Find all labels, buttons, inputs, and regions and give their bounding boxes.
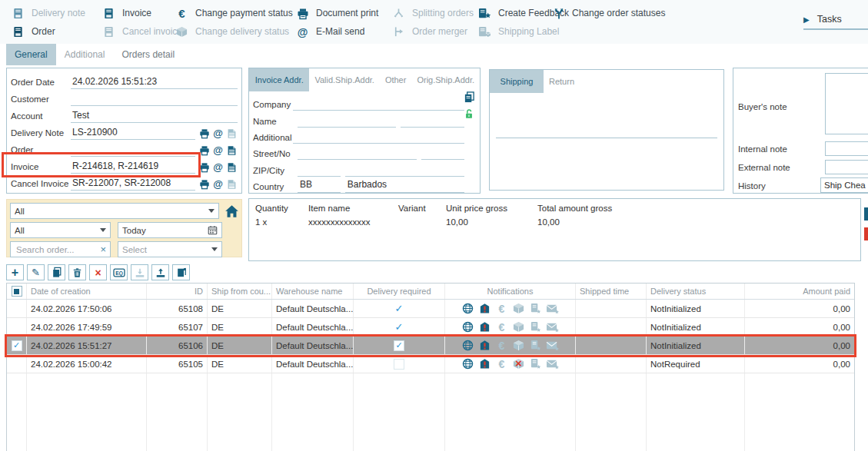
document-star-icon[interactable]	[529, 303, 542, 315]
type-filter-select[interactable]: All	[10, 222, 111, 238]
copy-button[interactable]	[48, 264, 65, 280]
document-star-icon[interactable]	[529, 358, 542, 370]
order-number-doc-icon[interactable]	[226, 144, 238, 156]
order-date-value[interactable]: 24.02.2026 15:51:23	[71, 76, 238, 89]
document-print-button[interactable]: Document print	[296, 5, 378, 22]
clear-search-icon[interactable]: ×	[100, 244, 106, 254]
globe-icon[interactable]	[461, 321, 474, 333]
print-delivery-note-icon[interactable]	[198, 128, 210, 139]
header-delivery-required[interactable]: Delivery required	[354, 284, 445, 299]
company-input[interactable]	[293, 97, 464, 111]
tab-other[interactable]: Other	[380, 68, 412, 91]
euro-notification-icon[interactable]: €	[495, 303, 508, 315]
delivery-required-checkbox-checked[interactable]: ✓	[394, 340, 404, 351]
row-select-cell[interactable]: ✓	[7, 337, 27, 354]
order-button[interactable]: Order	[12, 24, 85, 40]
email-cancel-invoice-icon[interactable]: @	[212, 178, 224, 190]
shop-alert-icon[interactable]	[478, 358, 491, 370]
last-name-input[interactable]	[401, 114, 464, 128]
buyers-note-textarea[interactable]	[825, 73, 868, 134]
add-button[interactable]: +	[6, 264, 24, 280]
table-row[interactable]: 24.02.2026 15:00:42 65105 DE Default Deu…	[7, 355, 854, 373]
header-shipped-time[interactable]: Shipped time	[576, 284, 647, 299]
package-notification-icon[interactable]	[512, 321, 525, 333]
header-id[interactable]: ID	[147, 284, 208, 299]
package-notification-icon[interactable]	[512, 340, 525, 352]
history-select[interactable]: Ship Chea	[820, 177, 868, 193]
globe-icon[interactable]	[461, 340, 474, 352]
status-filter-select[interactable]: All	[10, 203, 219, 219]
shipping-label-button[interactable]: Shipping Label	[478, 24, 569, 40]
clipped-edge-button-teal[interactable]	[864, 207, 868, 221]
cancel-invoice-value[interactable]: SR-212007, SR-212008	[71, 177, 195, 191]
import-button[interactable]	[131, 264, 148, 280]
remove-button[interactable]: ×	[89, 264, 107, 280]
delivery-note-number-doc-icon[interactable]	[226, 128, 238, 139]
row-select-cell[interactable]	[7, 355, 27, 373]
zip-input[interactable]	[298, 163, 341, 177]
cancel-invoice-button[interactable]: Cancel invoice	[102, 24, 182, 40]
euro-notification-icon[interactable]: €	[495, 358, 508, 370]
street-input[interactable]	[298, 146, 417, 160]
envelope-star-icon[interactable]	[546, 303, 559, 315]
email-invoice-icon[interactable]: @	[212, 161, 224, 173]
email-delivery-note-icon[interactable]: @	[212, 128, 224, 139]
change-delivery-status-button[interactable]: Change delivery status	[175, 24, 293, 40]
first-name-input[interactable]	[298, 114, 396, 128]
globe-icon[interactable]	[461, 303, 474, 315]
header-date-of-creation[interactable]: Date of creation	[27, 284, 147, 299]
delivery-note-value[interactable]: LS-210900	[71, 127, 195, 140]
delete-button[interactable]	[68, 264, 86, 280]
date-filter-field[interactable]: Today	[118, 222, 222, 238]
invoice-button[interactable]: Invoice	[102, 5, 182, 22]
order-merger-button[interactable]: Order merger	[392, 24, 474, 40]
table-row-selected[interactable]: ✓ 24.02.2026 15:51:27 65106 DE Default D…	[7, 337, 854, 355]
cancel-invoice-number-doc-icon[interactable]	[226, 178, 238, 190]
shop-alert-icon[interactable]	[478, 303, 491, 315]
header-ship-from[interactable]: Ship from cou...	[208, 284, 272, 299]
copy-address-icon[interactable]	[464, 91, 476, 104]
additional-input[interactable]	[293, 130, 464, 144]
print-cancel-invoice-icon[interactable]	[198, 178, 210, 190]
tab-return[interactable]: Return	[544, 70, 580, 93]
street-number-input[interactable]	[421, 146, 464, 160]
shop-alert-icon[interactable]	[478, 340, 491, 352]
internal-note-input[interactable]	[825, 141, 868, 156]
external-note-input[interactable]	[825, 160, 868, 174]
document-star-icon[interactable]	[529, 321, 542, 333]
tab-additional[interactable]: Additional	[56, 44, 114, 65]
edit-button[interactable]: ✎	[27, 264, 45, 280]
change-order-statuses-button[interactable]: Change order statuses	[552, 5, 665, 22]
row-checkbox-checked[interactable]: ✓	[12, 340, 22, 351]
envelope-star-icon[interactable]	[546, 340, 559, 352]
package-blocked-icon[interactable]: ×	[512, 358, 525, 370]
export-button[interactable]	[151, 264, 169, 280]
tab-orders-detail[interactable]: Orders detail	[113, 44, 183, 65]
city-input[interactable]	[345, 163, 464, 177]
table-row[interactable]: 24.02.2026 17:50:06 65108 DE Default Deu…	[7, 300, 854, 318]
delivery-note-button[interactable]: Delivery note	[12, 5, 85, 22]
email-order-icon[interactable]: @	[212, 144, 224, 156]
country-name-input[interactable]: Barbados	[345, 179, 464, 193]
tab-valid-ship-addr[interactable]: Valid.Ship.Addr.	[309, 68, 379, 91]
country-code-input[interactable]: BB	[298, 179, 341, 193]
header-amount-paid[interactable]: Amount paid	[745, 284, 854, 299]
package-notification-icon[interactable]	[512, 303, 525, 315]
envelope-star-icon[interactable]	[546, 321, 559, 333]
euro-notification-icon[interactable]: €	[495, 340, 508, 352]
invoice-value[interactable]: R-214618, R-214619	[71, 161, 195, 174]
delivery-required-checkbox-empty[interactable]	[394, 359, 404, 370]
envelope-star-icon[interactable]	[546, 358, 559, 370]
print-order-icon[interactable]	[198, 144, 210, 156]
row-select-cell[interactable]	[7, 318, 27, 336]
select-filter-select[interactable]: Select	[118, 241, 222, 257]
tasks-button[interactable]: ▶ Tasks	[803, 10, 868, 30]
account-value[interactable]: Test	[71, 110, 238, 123]
print-invoice-icon[interactable]	[198, 161, 210, 173]
shop-alert-icon[interactable]	[478, 321, 491, 333]
copy-page-button[interactable]	[172, 264, 190, 280]
globe-icon[interactable]	[461, 358, 474, 370]
email-send-button[interactable]: @ E-Mail send	[296, 24, 378, 40]
tab-shipping[interactable]: Shipping	[490, 70, 544, 93]
select-all-checkbox[interactable]	[12, 286, 22, 297]
